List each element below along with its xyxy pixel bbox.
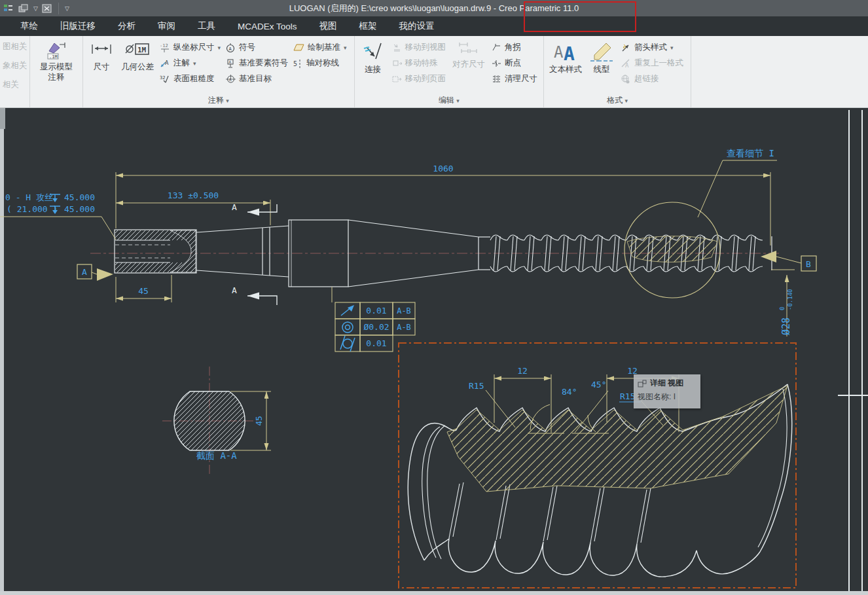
ribbon-group-format: AA 文本样式 线型 箭头样式▾ A 重复上一格式 超链接 格式 ▾	[544, 36, 691, 107]
tab-mcadex[interactable]: MCADEx Tools	[226, 18, 308, 35]
jog-button[interactable]: 角拐	[490, 41, 539, 54]
arrow-style-icon	[621, 43, 631, 52]
tab-review[interactable]: 审阅	[147, 16, 187, 36]
svg-text:12: 12	[517, 366, 528, 376]
svg-text:5: 5	[293, 60, 297, 67]
dimension-label: 尺寸	[94, 62, 110, 73]
datum-feature-symbol-label: 基准要素符号	[239, 58, 288, 69]
line-style-button[interactable]: 线型	[586, 39, 617, 77]
detail-view-tooltip: 详细 视图 视图名称: I	[634, 374, 700, 408]
move-to-view-label: 移动到视图	[405, 42, 446, 53]
symbol-button[interactable]: A 符号	[224, 41, 290, 54]
datum-a-flag[interactable]: A	[77, 264, 113, 281]
gtol-frames[interactable]: 0.01 A-B Ø0.02 A-B 0.01	[332, 287, 415, 352]
show-model-annotations-button[interactable]: .1M 显示模型注释	[33, 39, 80, 84]
detail-section-hatch	[627, 236, 717, 262]
svg-text:R15: R15	[469, 381, 484, 391]
detail-callout[interactable]: 查看细节 I	[698, 148, 777, 217]
ribbon-group-edit: 连接 移动到视图 移动特殊 移动到页面 对齐尺寸	[355, 36, 545, 107]
ribbon-collapsed-group: 图相关 象相关 相关	[0, 36, 30, 107]
svg-text:截面 A-A: 截面 A-A	[196, 450, 237, 461]
dimension-133[interactable]: 133 ±0.500	[116, 190, 270, 225]
title-bar: ▽ ▽ LUOGAN (启用的) E:\creo works\luogan\lu…	[0, 0, 868, 16]
axis-symline-button[interactable]: 5 轴对称线	[291, 57, 349, 69]
svg-text:1M: 1M	[137, 46, 147, 54]
diameter-dimension[interactable]: Ø28 0 -0.140	[771, 270, 795, 336]
dimension-45-bore[interactable]: 45	[116, 275, 172, 302]
dimension-1060[interactable]: 1060	[116, 164, 770, 245]
note-button[interactable]: A 注解▾	[158, 57, 223, 69]
dimension-button[interactable]: 尺寸	[86, 39, 117, 75]
section-view[interactable]: 45 截面 A-A	[162, 367, 271, 475]
move-to-view-icon	[392, 43, 402, 52]
axis-symline-icon: 5	[293, 59, 303, 68]
ribbon-tab-bar: 草绘 旧版迁移 分析 审阅 工具 MCADEx Tools 视图 框架 我的设置	[0, 16, 868, 36]
svg-text:84°: 84°	[562, 387, 577, 397]
ordinate-dimension-button[interactable]: -12 纵坐标尺寸▾	[158, 41, 223, 54]
section-arrow-bottom[interactable]: A	[232, 285, 277, 305]
svg-text:0: 0	[779, 307, 786, 310]
tab-legacy[interactable]: 旧版迁移	[49, 16, 107, 36]
svg-text:1060: 1060	[433, 164, 453, 173]
ordinate-dimension-label: 纵坐标尺寸	[173, 42, 215, 53]
arrow-style-label: 箭头样式	[634, 42, 667, 53]
tap-note[interactable]: 0 - H 攻丝 45.000 ( 21.000 ) 45.000	[0, 192, 116, 240]
tab-sketch[interactable]: 草绘	[9, 16, 49, 36]
svg-text:Ø28: Ø28	[780, 317, 792, 335]
arrow-style-button[interactable]: 箭头样式▾	[619, 41, 685, 54]
group-label-annotate[interactable]: 注释 ▾	[83, 95, 354, 106]
svg-text:查看细节 I: 查看细节 I	[727, 148, 774, 158]
tab-view[interactable]: 视图	[308, 16, 348, 36]
text-style-button[interactable]: AA 文本样式	[547, 39, 585, 77]
datum-b-flag[interactable]: B	[761, 251, 816, 271]
detail-view-tooltip-icon	[638, 380, 647, 388]
window-icon[interactable]	[18, 3, 29, 14]
group-label-format[interactable]: 格式 ▾	[544, 95, 691, 106]
svg-text:.1M: .1M	[49, 54, 58, 60]
svg-text:45: 45	[138, 286, 149, 296]
draft-datum-button[interactable]: 绘制基准▾	[291, 41, 349, 54]
svg-text:A: A	[229, 77, 232, 82]
dropdown-icon: ▾	[344, 45, 347, 51]
app-icon[interactable]	[3, 3, 14, 14]
move-special-icon	[392, 59, 402, 67]
window-title: LUOGAN (启用的) E:\creo works\luogan\luogan…	[0, 3, 868, 14]
toolbar-dropdown-icon[interactable]: ▽	[65, 5, 69, 12]
svg-text:45.000: 45.000	[64, 192, 95, 202]
tab-tools[interactable]: 工具	[187, 16, 226, 36]
collapsed-label[interactable]: 象相关	[3, 60, 27, 71]
group-label-edit[interactable]: 编辑 ▾	[355, 95, 544, 106]
dropdown-icon: ▾	[218, 45, 221, 51]
cleanup-dimensions-button[interactable]: 清理尺寸	[490, 73, 539, 85]
connect-button[interactable]: 连接	[357, 39, 389, 77]
datum-feature-symbol-button[interactable]: A 基准要素符号	[224, 57, 290, 69]
text-style-icon: AA	[552, 41, 579, 63]
show-model-annotations-icon: .1M	[45, 41, 67, 60]
surface-finish-button[interactable]: 32 表面粗糙度	[158, 73, 223, 85]
breakpoint-button[interactable]: 断点	[490, 57, 539, 69]
gtol-button[interactable]: 1M 几何公差	[118, 39, 156, 75]
connect-icon	[361, 41, 385, 63]
gtol-label: 几何公差	[121, 62, 154, 73]
datum-target-icon: A	[226, 75, 236, 84]
drawing-sheet[interactable]: 0 - H 攻丝 45.000 ( 21.000 ) 45.000 A B Ø2…	[0, 108, 868, 591]
close-view-icon[interactable]	[42, 3, 52, 14]
align-dimensions-button: 对齐尺寸	[449, 39, 488, 72]
tab-my-settings[interactable]: 我的设置	[388, 16, 446, 36]
datum-feature-symbol-icon: A	[226, 59, 236, 68]
symbol-icon: A	[226, 43, 236, 52]
tab-frame[interactable]: 框架	[348, 16, 388, 36]
connect-label: 连接	[365, 65, 381, 75]
window-dropdown-icon[interactable]: ▽	[33, 5, 38, 12]
collapsed-label[interactable]: 图相关	[3, 41, 27, 52]
svg-text:A: A	[232, 202, 237, 212]
collapsed-label[interactable]: 相关	[3, 79, 19, 90]
drawing-canvas[interactable]: 0 - H 攻丝 45.000 ( 21.000 ) 45.000 A B Ø2…	[0, 108, 868, 591]
datum-target-button[interactable]: A 基准目标	[224, 73, 290, 85]
tab-analysis[interactable]: 分析	[107, 16, 147, 36]
gtol-icon: 1M	[124, 41, 151, 60]
svg-text:133 ±0.500: 133 ±0.500	[168, 190, 219, 200]
svg-text:A: A	[229, 60, 232, 64]
svg-text:Ø0.02: Ø0.02	[363, 322, 389, 332]
status-bar	[0, 591, 868, 595]
